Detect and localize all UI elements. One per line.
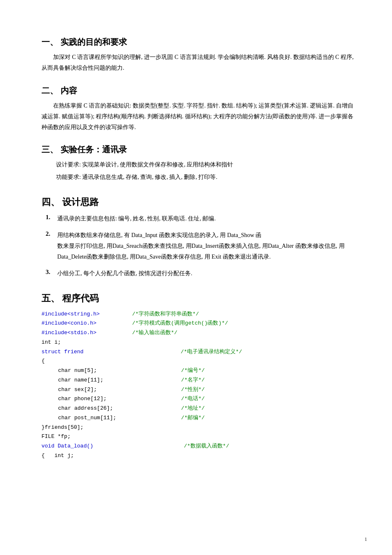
code-line: char phone[12]; /*电话*/: [41, 394, 355, 404]
code-normal: {: [41, 451, 54, 461]
section-one: 一、 实践的目的和要求 加深对 C 语言课程所学知识的理解, 进一步巩固 C 语…: [41, 37, 355, 73]
section-five: 五、 程序代码 #include<string.h> /*字符函数和字符串函数*…: [41, 292, 355, 461]
section-two-body: 在熟练掌握 C 语言的基础知识: 数据类型(整型. 实型. 字符型. 指针. 数…: [41, 100, 355, 133]
code-line: int i;: [41, 338, 355, 347]
code-normal: }friends[50];: [41, 423, 83, 433]
list-item-3: 3. 小组分工, 每个人分配几个函数, 按情况进行分配任务.: [46, 268, 355, 279]
list-item-1: 1. 通讯录的主要信息包括: 编号, 姓名, 性别, 联系电话. 住址, 邮编.: [46, 213, 355, 224]
section-two-heading: 二、 内容: [41, 85, 355, 96]
page-number: 1: [365, 536, 368, 543]
section-three: 三、 实验任务：通讯录 设计要求: 实现菜单设计, 使用数据文件保存和修改, 应…: [41, 144, 355, 183]
code-line: char sex[2]; /*性别*/: [41, 385, 355, 395]
code-spacer: [97, 366, 181, 376]
code-line: #include<conio.h> /*字符模式函数(调用getch()函数)*…: [41, 319, 355, 328]
code-spacer: [100, 310, 132, 319]
code-spacer: [97, 328, 132, 338]
code-normal: char phone[12];: [58, 394, 107, 404]
code-normal: char address[26];: [58, 404, 113, 413]
code-line: { int j;: [41, 451, 355, 461]
code-spacer: [97, 385, 181, 395]
section-three-line1: 设计要求: 实现菜单设计, 使用数据文件保存和修改, 应用结构体和指针: [56, 159, 355, 170]
code-comment: /*邮编*/: [181, 413, 205, 423]
code-comment: /*输入输出函数*/: [132, 328, 177, 338]
code-keyword: #include<conio.h>: [41, 319, 97, 328]
code-comment: /*名字*/: [181, 376, 205, 385]
code-normal: char post_num[11];: [58, 413, 116, 423]
section-one-heading: 一、 实践的目的和要求: [41, 37, 355, 48]
code-line: }friends[50];: [41, 423, 355, 433]
section-one-body: 加深对 C 语言课程所学知识的理解, 进一步巩固 C 语言算法规则. 学会编制结…: [41, 52, 355, 73]
code-normal: char name[11];: [58, 376, 103, 385]
code-spacer: [93, 442, 184, 451]
code-spacer: [97, 319, 132, 328]
section-four: 四、 设计思路 1. 通讯录的主要信息包括: 编号, 姓名, 性别, 联系电话.…: [41, 196, 355, 279]
code-normal: char num[5];: [58, 366, 97, 376]
code-line: {: [41, 357, 355, 366]
code-line: #include<stdio.h> /*输入输出函数*/: [41, 328, 355, 338]
code-keyword: struct friend: [41, 347, 83, 357]
code-normal: {: [41, 357, 45, 366]
list-content-3: 小组分工, 每个人分配几个函数, 按情况进行分配任务.: [57, 268, 355, 279]
section-three-heading: 三、 实验任务：通讯录: [41, 144, 355, 155]
code-spacer: [113, 404, 181, 413]
code-spacer: [107, 394, 181, 404]
code-comment: /*电子通讯录结构定义*/: [180, 347, 242, 357]
code-comment: /*电话*/: [181, 394, 205, 404]
code-normal: FILE *fp;: [41, 432, 71, 442]
code-line: struct friend /*电子通讯录结构定义*/: [41, 347, 355, 357]
code-normal: int i;: [41, 338, 61, 347]
list-content-1: 通讯录的主要信息包括: 编号, 姓名, 性别, 联系电话. 住址, 邮编.: [57, 213, 355, 224]
code-spacer: [83, 347, 180, 357]
code-comment: /*性别*/: [181, 385, 205, 395]
code-line: #include<string.h> /*字符函数和字符串函数*/: [41, 310, 355, 319]
code-block: #include<string.h> /*字符函数和字符串函数*/#includ…: [41, 310, 355, 461]
code-spacer: [116, 413, 181, 423]
code-normal: int j;: [54, 451, 74, 461]
code-line: FILE *fp;: [41, 432, 355, 442]
code-normal: char sex[2];: [58, 385, 97, 395]
code-spacer: [103, 376, 181, 385]
code-comment: /*编号*/: [181, 366, 205, 376]
code-line: void Data_load() /*数据载入函数*/: [41, 442, 355, 451]
list-number-3: 3.: [46, 269, 57, 276]
code-keyword: #include<string.h>: [41, 310, 100, 319]
code-line: char post_num[11]; /*邮编*/: [41, 413, 355, 423]
code-line: char name[11]; /*名字*/: [41, 376, 355, 385]
code-comment: /*字符函数和字符串函数*/: [132, 310, 199, 319]
list-number-1: 1.: [46, 214, 57, 221]
code-keyword: #include<stdio.h>: [41, 328, 97, 338]
section-two: 二、 内容 在熟练掌握 C 语言的基础知识: 数据类型(整型. 实型. 字符型.…: [41, 85, 355, 133]
code-keyword: void Data_load(): [41, 442, 93, 451]
list-content-2b: 数来显示打印信息, 用Data_Sreach函数来查找信息, 用Data_Ins…: [57, 241, 355, 262]
section-four-heading: 四、 设计思路: [41, 196, 355, 208]
section-five-heading: 五、 程序代码: [41, 292, 355, 305]
section-three-line2: 功能要求: 通讯录信息生成, 存储, 查询, 修改, 插入, 删除, 打印等.: [56, 172, 355, 183]
list-content-2a: 用结构体数组来存储信息, 有 Data_Input 函数来实现信息的录入, 用 …: [57, 232, 261, 238]
code-comment: /*地址*/: [181, 404, 205, 413]
code-comment: /*字符模式函数(调用getch()函数)*/: [132, 319, 228, 328]
list-number-2: 2.: [46, 230, 57, 237]
code-comment: /*数据载入函数*/: [184, 442, 229, 451]
code-line: char address[26]; /*地址*/: [41, 404, 355, 413]
code-line: char num[5]; /*编号*/: [41, 366, 355, 376]
list-item-2: 2. 用结构体数组来存储信息, 有 Data_Input 函数来实现信息的录入,…: [46, 230, 355, 262]
